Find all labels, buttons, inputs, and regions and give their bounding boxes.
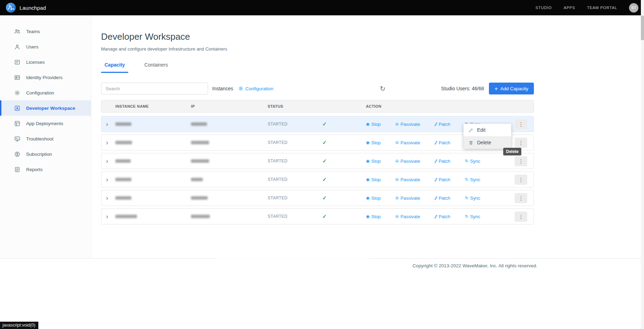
search-input[interactable] (101, 83, 208, 94)
app-root: Launchpad STUDIO APPS TEAM PORTAL ST Tea… (0, 0, 644, 329)
stop-icon: ◉ (366, 159, 369, 163)
avatar[interactable]: ST (629, 3, 638, 13)
table-row[interactable]: › STARTED ✓ ◉Stop ⊖Passivate ∥Patch ↻Syn… (101, 171, 534, 188)
passivate-action[interactable]: ⊖Passivate (395, 122, 420, 127)
expand-chevron-icon[interactable]: › (101, 213, 108, 220)
sidebar-item-app-deployments[interactable]: App Deployments (0, 116, 91, 131)
nav-link-team-portal[interactable]: TEAM PORTAL (587, 6, 617, 10)
row-menu-button[interactable]: ⋮ (515, 138, 527, 148)
patch-action[interactable]: ∥Patch (435, 140, 450, 145)
stop-action[interactable]: ◉Stop (366, 177, 381, 182)
redacted-ip (191, 159, 209, 163)
redacted-ip (191, 215, 210, 218)
redacted-instance-name (115, 122, 131, 126)
navbar-links: STUDIO APPS TEAM PORTAL ST (536, 3, 638, 13)
sync-action[interactable]: ↻Sync (465, 177, 480, 182)
reports-icon (14, 166, 21, 173)
sidebar-item-reports[interactable]: Reports (0, 162, 91, 177)
expand-chevron-icon[interactable]: › (101, 194, 108, 201)
expand-chevron-icon[interactable]: › (101, 139, 108, 146)
stop-icon: ◉ (366, 177, 369, 182)
sync-action[interactable]: ↻Sync (465, 159, 480, 164)
add-capacity-button[interactable]: + Add Capacity (489, 83, 534, 94)
table-row[interactable]: › STARTED ✓ ◉Stop ⊖Passivate ∥Patch ↻Syn… (101, 153, 534, 169)
patch-icon: ∥ (434, 195, 438, 200)
expand-chevron-icon[interactable]: › (101, 121, 108, 127)
status-check-icon: ✓ (322, 139, 327, 146)
row-menu-button[interactable]: ⋮ (515, 193, 527, 203)
sidebar-item-label: Users (26, 44, 38, 49)
stop-icon: ◉ (366, 196, 369, 200)
stop-icon: ◉ (366, 140, 369, 145)
patch-action[interactable]: ∥Patch (435, 196, 450, 201)
sidebar-item-teams[interactable]: Teams (0, 24, 91, 39)
sidebar-item-users[interactable]: Users (0, 39, 91, 54)
status-check-icon: ✓ (322, 176, 327, 183)
row-menu-button[interactable]: ⋮ (515, 119, 527, 129)
col-action: ACTION (366, 104, 534, 108)
sidebar-item-subscription[interactable]: Subscription (0, 146, 91, 162)
scrollbar-track[interactable] (641, 0, 644, 329)
sync-icon: ↻ (465, 159, 468, 163)
status-check-icon: ✓ (322, 121, 327, 127)
passivate-action[interactable]: ⊖Passivate (395, 214, 420, 219)
sidebar: Teams Users Licenses Identity Providers … (0, 15, 91, 258)
sidebar-item-troubleshoot[interactable]: Troubleshoot (0, 131, 91, 146)
patch-action[interactable]: ∥Patch (435, 159, 450, 164)
stop-action[interactable]: ◉Stop (366, 159, 381, 164)
nav-link-studio[interactable]: STUDIO (536, 6, 552, 10)
trash-icon (468, 140, 474, 145)
scrollbar-thumb[interactable] (641, 16, 644, 40)
brand[interactable]: Launchpad (6, 2, 46, 13)
nav-link-apps[interactable]: APPS (564, 6, 575, 10)
table-row[interactable]: › STARTED ✓ ◉Stop ⊖Passivate ∥Patch ↻Syn… (101, 190, 534, 206)
table-header: INSTANCE NAME IP STATUS ACTION (101, 100, 534, 113)
sidebar-item-licenses[interactable]: Licenses (0, 54, 91, 70)
patch-action[interactable]: ∥Patch (435, 122, 450, 127)
sync-action[interactable]: ↻Sync (465, 196, 480, 201)
sidebar-item-label: Troubleshoot (26, 136, 53, 141)
stop-action[interactable]: ◉Stop (366, 140, 381, 145)
patch-icon: ∥ (434, 214, 438, 219)
passivate-action[interactable]: ⊖Passivate (395, 177, 420, 182)
sidebar-item-configuration[interactable]: Configuration (0, 85, 91, 100)
status-label: STARTED (268, 159, 288, 163)
delete-tooltip: Delete (503, 148, 521, 155)
sidebar-item-label: Identity Providers (26, 75, 62, 80)
status-label: STARTED (268, 196, 288, 200)
sidebar-item-label: Subscription (26, 152, 52, 157)
teams-icon (14, 28, 21, 35)
copyright-text: Copyright © 2013-2022 WaveMaker, Inc. Al… (0, 259, 644, 268)
passivate-icon: ⊖ (395, 214, 399, 219)
row-menu-button[interactable]: ⋮ (515, 156, 527, 166)
stop-action[interactable]: ◉Stop (366, 196, 381, 201)
refresh-icon[interactable]: ↻ (380, 85, 385, 92)
passivate-action[interactable]: ⊖Passivate (395, 196, 420, 201)
expand-chevron-icon[interactable]: › (101, 158, 108, 164)
stop-action[interactable]: ◉Stop (366, 214, 381, 219)
row-context-menu: Edit Delete (463, 124, 511, 149)
tab-capacity[interactable]: Capacity (101, 59, 128, 73)
sidebar-item-developer-workspace[interactable]: Developer Workspace (0, 100, 91, 116)
sync-action[interactable]: ↻Sync (465, 214, 480, 219)
tab-containers[interactable]: Containers (141, 59, 171, 73)
menu-item-edit[interactable]: Edit (463, 124, 511, 136)
configuration-link[interactable]: Configuration (238, 86, 273, 91)
plus-icon: + (495, 86, 498, 92)
stop-action[interactable]: ◉Stop (366, 122, 381, 127)
expand-chevron-icon[interactable]: › (101, 176, 108, 183)
sidebar-item-identity-providers[interactable]: Identity Providers (0, 70, 91, 85)
sidebar-item-label: Licenses (26, 60, 45, 65)
passivate-action[interactable]: ⊖Passivate (395, 140, 420, 145)
passivate-icon: ⊖ (395, 159, 399, 163)
row-menu-button[interactable]: ⋮ (515, 212, 527, 222)
patch-action[interactable]: ∥Patch (435, 177, 450, 182)
table-row[interactable]: › STARTED ✓ ◉Stop ⊖Passivate ∥Patch ↻Syn… (101, 208, 534, 224)
developer-workspace-icon (14, 105, 21, 112)
status-check-icon: ✓ (322, 213, 327, 220)
patch-action[interactable]: ∥Patch (435, 214, 450, 219)
menu-item-delete[interactable]: Delete (463, 136, 511, 149)
row-menu-button[interactable]: ⋮ (515, 175, 527, 185)
passivate-action[interactable]: ⊖Passivate (395, 159, 420, 164)
instances-label: Instances (212, 86, 233, 91)
